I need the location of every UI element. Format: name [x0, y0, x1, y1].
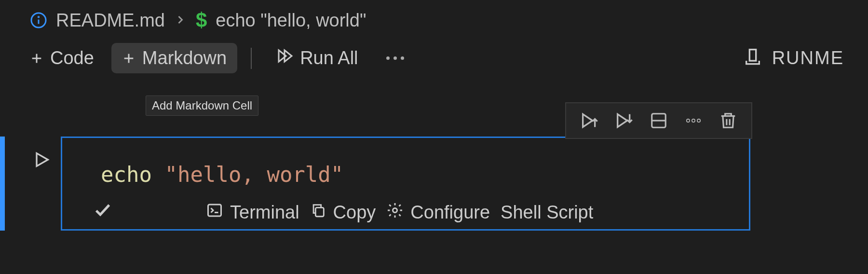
runme-button[interactable]: RUNME: [743, 46, 868, 70]
breadcrumb-file[interactable]: README.md: [56, 10, 165, 31]
runme-label: RUNME: [772, 48, 844, 68]
dollar-icon: $: [196, 9, 207, 32]
svg-marker-10: [583, 114, 593, 127]
cell-action-bar: [565, 102, 752, 139]
add-code-label: Code: [50, 48, 94, 68]
info-icon: [30, 12, 47, 29]
svg-marker-12: [618, 114, 627, 127]
plus-icon: [30, 52, 43, 65]
svg-point-2: [38, 17, 39, 18]
breadcrumb-cell[interactable]: echo "hello, world": [216, 10, 366, 31]
run-all-button[interactable]: Run All: [265, 42, 368, 74]
svg-rect-22: [208, 205, 221, 216]
run-all-label: Run All: [300, 48, 358, 68]
svg-rect-9: [749, 50, 756, 61]
svg-marker-21: [37, 153, 48, 166]
run-below-icon[interactable]: [613, 110, 635, 131]
code-cell: echo "hello, world" Terminal: [0, 137, 750, 231]
notebook-toolbar: Code Markdown Run All RUNME: [0, 38, 868, 74]
add-markdown-label: Markdown: [142, 48, 227, 68]
gear-icon: [386, 202, 404, 223]
language-picker[interactable]: Shell Script: [501, 202, 593, 223]
svg-point-25: [393, 208, 397, 212]
breadcrumb: README.md $ echo "hello, world": [0, 0, 868, 38]
add-markdown-button[interactable]: Markdown: [111, 43, 237, 73]
code-token-string: "hello, world": [164, 162, 343, 187]
separator: [251, 48, 252, 69]
open-terminal-button[interactable]: Terminal: [206, 202, 299, 223]
language-label: Shell Script: [501, 202, 593, 223]
run-above-icon[interactable]: [579, 110, 600, 131]
configure-label: Configure: [410, 202, 490, 223]
plus-icon: [122, 52, 136, 65]
split-cell-icon[interactable]: [648, 110, 669, 131]
trash-icon[interactable]: [718, 110, 739, 131]
terminal-label: Terminal: [230, 202, 299, 223]
chevron-right-icon: [174, 10, 187, 31]
copy-icon: [310, 202, 326, 223]
run-cell-button[interactable]: [22, 137, 61, 231]
cell-status-bar: Terminal Copy Configure: [62, 196, 749, 229]
more-icon[interactable]: [683, 110, 704, 131]
more-actions-button[interactable]: [376, 56, 415, 60]
copy-label: Copy: [333, 202, 376, 223]
configure-button[interactable]: Configure: [386, 202, 490, 223]
svg-point-17: [692, 119, 695, 122]
runme-icon: [743, 46, 762, 70]
tooltip: Add Markdown Cell: [146, 96, 258, 116]
svg-rect-24: [315, 207, 324, 216]
svg-point-18: [697, 119, 700, 122]
code-token-command: echo: [101, 162, 152, 187]
run-all-icon: [276, 47, 293, 69]
code-editor[interactable]: echo "hello, world": [62, 138, 749, 196]
terminal-icon: [206, 202, 223, 223]
add-code-button[interactable]: Code: [19, 43, 105, 73]
success-check-icon: [93, 200, 112, 224]
cell-focus-indicator: [0, 137, 5, 231]
copy-button[interactable]: Copy: [310, 202, 376, 223]
svg-point-16: [687, 119, 690, 122]
